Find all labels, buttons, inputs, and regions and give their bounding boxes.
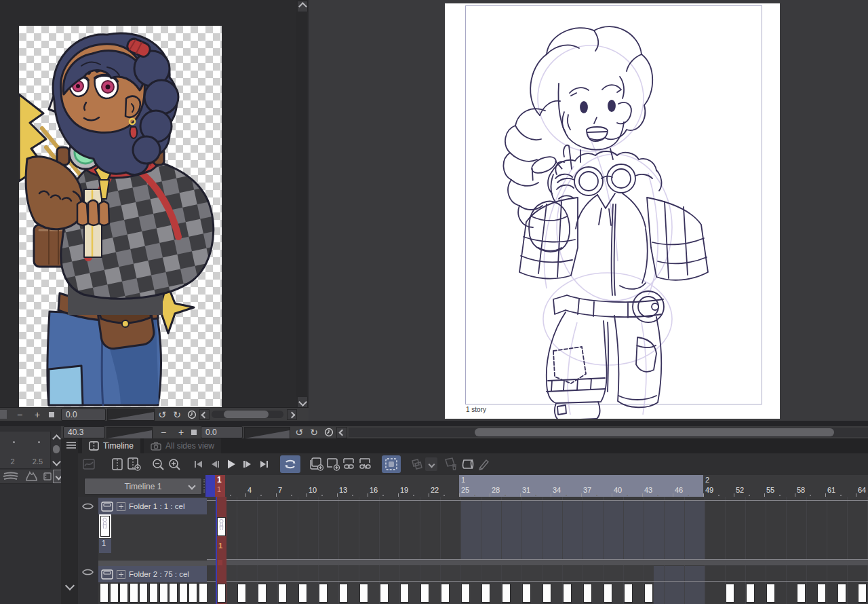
folder1-header[interactable]: Folder 1 : 1 : cel [98,498,207,514]
next-image-button[interactable] [287,409,297,420]
cel-thumbnail[interactable] [766,584,775,603]
timeline-zoom-out-icon[interactable] [150,455,166,473]
ruler-frame-label[interactable]: 10 [309,486,317,494]
ruler-frame-label[interactable]: 46 [675,486,683,494]
cel-thumbnail[interactable] [278,584,287,603]
tab-timeline[interactable]: Timeline [82,438,140,453]
ruler-frame-label[interactable]: 61 [827,486,835,494]
play-button[interactable] [223,455,239,473]
scroll-up-button[interactable] [297,1,308,12]
ruler-frame-label[interactable]: 64 [858,486,866,494]
film-tool-button[interactable] [42,470,54,484]
cel-thumbnail[interactable] [258,584,267,603]
cel-thumbnail[interactable] [746,584,755,603]
next-frame-button[interactable] [239,455,256,473]
ruler-frame-label[interactable]: 37 [583,486,591,494]
cel-thumbnail[interactable] [583,584,592,603]
cel-thumbnail[interactable] [237,584,246,603]
cel-strip-thumbnail[interactable] [189,583,197,603]
cel-strip-thumbnail[interactable] [179,583,188,603]
subview-h-scroll-thumb[interactable] [224,411,269,418]
cel-thumbnail[interactable] [339,584,348,603]
canvas-page[interactable]: 1 story [445,3,780,419]
flame-tool-button[interactable] [21,470,43,484]
timeline-curve-button[interactable] [81,455,97,473]
canvas-rotation-value[interactable]: 0.0 [201,426,243,438]
ruler-frame-label[interactable]: 52 [736,486,744,494]
timeline-track-area[interactable]: 1 [207,497,868,604]
cel-thumbnail[interactable] [522,584,531,603]
previous-frame-button[interactable] [207,455,223,473]
canvas-zoom-slider[interactable] [106,427,153,439]
fit-to-window-button[interactable] [49,412,54,417]
frame-ruler[interactable]: 1471013161922252831343740434649525558616… [205,475,868,497]
ruler-frame-label[interactable]: 25 [461,486,469,494]
folder1-cel-strip[interactable] [98,514,207,561]
playback-start-marker[interactable] [205,475,215,497]
zoom-in-button[interactable]: + [175,427,187,438]
folder2-visibility-toggle[interactable] [82,568,94,576]
ruler-frame-label[interactable]: 55 [766,486,774,494]
cel-strip-thumbnail[interactable] [100,516,110,537]
reset-rotation-icon[interactable] [187,410,197,419]
cel-thumbnail[interactable] [298,584,307,603]
cel-thumbnail[interactable] [461,584,470,603]
cel-thumbnail[interactable] [837,584,846,603]
cel-strip-thumbnail[interactable] [110,583,119,603]
rotate-right-icon[interactable]: ↻ [171,409,183,420]
ruler-frame-label[interactable]: 49 [705,486,713,494]
scroll-down-button[interactable] [297,396,308,408]
canvas-rotation-slider[interactable] [244,427,290,439]
zoom-out-button[interactable]: − [157,427,170,438]
ruler-frame-label[interactable]: 31 [522,486,530,494]
reference-image[interactable] [19,26,222,407]
flip-cels-button[interactable] [409,455,425,473]
release-cel-button[interactable] [357,455,374,473]
ruler-frame-label[interactable]: 43 [644,486,652,494]
timeline-zoom-in-icon[interactable] [166,455,182,473]
rotate-left-icon[interactable]: ↺ [293,427,305,438]
palette-menu-icon[interactable] [66,442,76,443]
cel-thumbnail[interactable] [817,584,826,603]
ruler-frame-label[interactable]: 7 [278,486,282,494]
subview-vertical-scrollbar[interactable] [296,0,307,407]
scroll-left-button[interactable] [336,427,347,438]
cel-thumbnail[interactable] [502,584,511,603]
subview-h-scrollbar[interactable] [212,411,283,418]
brush-size-tile-1[interactable]: 2 [0,432,26,469]
timeline-selector[interactable]: Timeline 1 [84,478,202,495]
cel-strip-thumbnail[interactable] [130,583,138,603]
ruler-frame-label[interactable]: 28 [492,486,500,494]
ruler-frame-label[interactable]: 22 [431,486,439,494]
lightbox-button[interactable] [459,455,475,473]
cel-thumbnail[interactable] [420,584,429,603]
new-timeline-button[interactable] [109,455,125,473]
brush-size-tile-2[interactable]: 2.5 [25,432,51,469]
cel-thumbnail[interactable] [441,584,450,603]
zoom-out-button[interactable]: − [14,409,26,420]
cel-thumbnail[interactable] [604,584,612,603]
cel-strip-thumbnail[interactable] [119,583,128,603]
cel-thumbnail[interactable] [319,584,328,603]
onion-skin-button[interactable] [382,455,401,473]
rotate-left-icon[interactable]: ↺ [156,409,168,420]
ruler-frame-label[interactable]: 16 [370,486,378,494]
cel-thumbnail[interactable] [858,584,867,603]
cel-thumbnail[interactable] [644,584,653,603]
reset-rotation-icon[interactable] [324,428,334,437]
cel-thumbnail[interactable] [563,584,572,603]
folder2-header[interactable]: Folder 2 : 75 : cel [98,566,207,582]
folder1-cel-number[interactable]: 1 [99,539,111,553]
folder1-visibility-toggle[interactable] [82,502,94,510]
cel-thumbnail[interactable] [726,584,734,603]
canvas-area[interactable]: 1 story [309,0,868,421]
cel-thumbnail[interactable] [624,584,633,603]
tab-all-sides-view[interactable]: All sides view [144,438,221,453]
cel-thumbnail[interactable] [380,584,389,603]
cel-thumbnail[interactable] [542,584,551,603]
pencil-button[interactable] [475,455,492,473]
new-animation-folder-button[interactable] [309,455,325,473]
collapse-panel-icon[interactable] [65,581,75,590]
expand-folder-button[interactable] [117,502,125,511]
playhead-ruler-cell[interactable]: 11 [215,475,225,497]
